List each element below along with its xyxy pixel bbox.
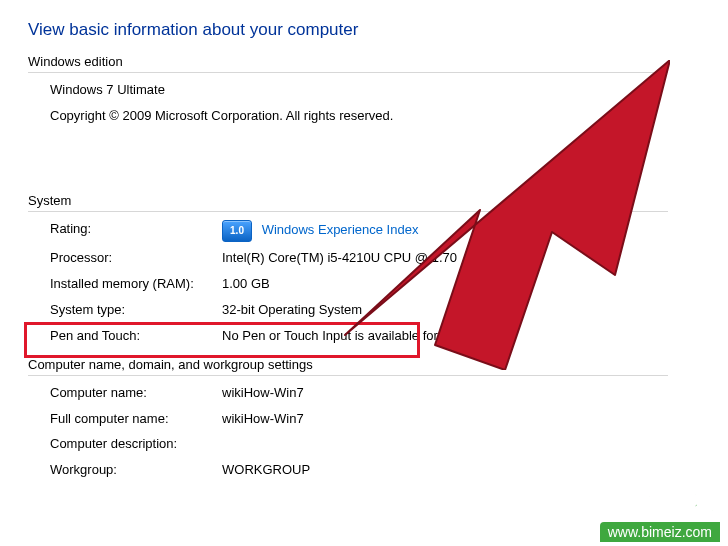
- wei-link[interactable]: Windows Experience Index: [262, 223, 419, 238]
- ram-label: Installed memory (RAM):: [50, 275, 222, 294]
- workgroup-value: WORKGROUP: [222, 461, 310, 480]
- computer-name-section: Computer name, domain, and workgroup set…: [28, 357, 728, 480]
- computer-name-row: Computer name: wikiHow-Win7: [50, 384, 728, 403]
- system-type-row: System type: 32-bit Operating System: [50, 301, 728, 320]
- watermark-text: 生活百科: [600, 490, 720, 522]
- watermark-url: www.bimeiz.com: [600, 522, 720, 542]
- watermark: 生活百科 www.bimeiz.com: [600, 490, 720, 542]
- system-type-label: System type:: [50, 301, 222, 320]
- rating-row: Rating: 1.0 Windows Experience Index: [50, 220, 728, 242]
- workgroup-row: Workgroup: WORKGROUP: [50, 461, 728, 480]
- copyright-text: Copyright © 2009 Microsoft Corporation. …: [50, 107, 728, 125]
- computer-name-value: wikiHow-Win7: [222, 384, 304, 403]
- system-properties-page: View basic information about your comput…: [0, 0, 728, 480]
- edition-value: Windows 7 Ultimate: [50, 81, 728, 99]
- full-computer-name-label: Full computer name:: [50, 410, 222, 429]
- computer-description-row: Computer description:: [50, 435, 728, 454]
- full-computer-name-value: wikiHow-Win7: [222, 410, 304, 429]
- processor-row: Processor: Intel(R) Core(TM) i5-4210U CP…: [50, 249, 728, 268]
- system-heading: System: [28, 193, 728, 208]
- system-section: System Rating: 1.0 Windows Experience In…: [28, 193, 728, 345]
- windows-edition-section: Windows edition Windows 7 Ultimate Copyr…: [28, 54, 728, 125]
- ram-row: Installed memory (RAM): 1.00 GB: [50, 275, 728, 294]
- rating-value: 1.0 Windows Experience Index: [222, 220, 418, 242]
- pen-touch-label: Pen and Touch:: [50, 327, 222, 346]
- processor-value: Intel(R) Core(TM) i5-4210U CPU @ 1.70: [222, 249, 457, 268]
- page-title: View basic information about your comput…: [28, 20, 728, 40]
- computer-name-heading: Computer name, domain, and workgroup set…: [28, 357, 728, 372]
- ram-value: 1.00 GB: [222, 275, 270, 294]
- workgroup-label: Workgroup:: [50, 461, 222, 480]
- computer-description-label: Computer description:: [50, 435, 222, 454]
- full-computer-name-row: Full computer name: wikiHow-Win7: [50, 410, 728, 429]
- wei-score-badge: 1.0: [222, 220, 252, 242]
- processor-label: Processor:: [50, 249, 222, 268]
- section-divider: [28, 211, 668, 212]
- windows-edition-heading: Windows edition: [28, 54, 728, 69]
- section-divider: [28, 375, 668, 376]
- computer-name-label: Computer name:: [50, 384, 222, 403]
- system-type-value: 32-bit Operating System: [222, 301, 362, 320]
- rating-label: Rating:: [50, 220, 222, 242]
- pen-touch-row: Pen and Touch: No Pen or Touch Input is …: [50, 327, 728, 346]
- section-divider: [28, 72, 668, 73]
- pen-touch-value: No Pen or Touch Input is available for t…: [222, 327, 508, 346]
